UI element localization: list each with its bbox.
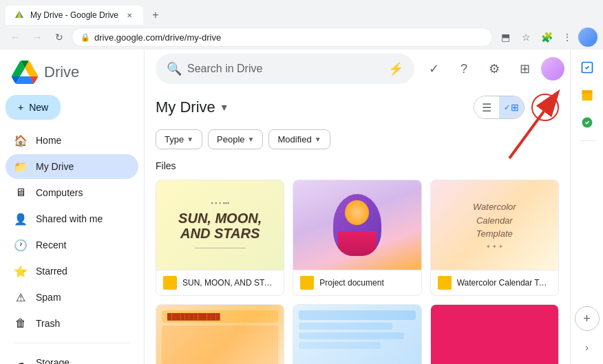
home-icon: 🏠 xyxy=(14,133,28,147)
sidebar: Drive + New 🏠 Home 📁 My Drive 🖥 Computer… xyxy=(0,50,145,364)
file-info-2: Project document xyxy=(293,270,421,295)
file-thumbnail-3: WatercolorCalendarTemplate ✦ ✦ ✦ xyxy=(431,180,558,270)
file-thumbnail-5 xyxy=(293,305,421,364)
sidebar-item-trash-label: Trash xyxy=(36,318,60,329)
drive-title-text: My Drive xyxy=(156,98,215,116)
spam-icon: ⚠ xyxy=(14,290,28,304)
reload-button[interactable]: ↻ xyxy=(50,28,69,47)
file-card-3[interactable]: WatercolorCalendarTemplate ✦ ✦ ✦ Waterco… xyxy=(430,180,559,296)
sidebar-nav: 🏠 Home 📁 My Drive 🖥 Computers 👤 Shared w… xyxy=(6,128,138,364)
search-filter-icon[interactable]: ⚡ xyxy=(388,61,403,76)
sidebar-item-home[interactable]: 🏠 Home xyxy=(6,128,138,153)
file-card-6[interactable]: Portfolio ⋮ xyxy=(430,304,559,364)
drive-logo-icon xyxy=(11,61,39,84)
content-toolbar: My Drive ▼ ☰ ✓ ⊞ ℹ xyxy=(156,88,559,127)
menu-button[interactable]: ⋮ xyxy=(558,28,577,47)
recent-icon: 🕐 xyxy=(14,238,28,252)
secure-icon: 🔒 xyxy=(81,33,90,42)
computers-icon: 🖥 xyxy=(14,186,28,200)
tab-title: My Drive - Google Drive xyxy=(30,10,118,20)
sidebar-item-my-drive[interactable]: 📁 My Drive xyxy=(6,154,138,179)
profile-avatar[interactable] xyxy=(541,57,564,81)
files-section-title: Files xyxy=(156,158,559,180)
search-bar[interactable]: 🔍 ⚡ xyxy=(156,54,414,84)
info-button[interactable]: ℹ xyxy=(531,94,559,121)
sidebar-item-starred[interactable]: ⭐ Starred xyxy=(6,259,138,283)
bookmark-button[interactable]: ☆ xyxy=(516,28,536,47)
apps-button[interactable]: ⊞ xyxy=(511,55,538,83)
modified-filter[interactable]: Modified ▼ xyxy=(268,129,330,149)
file-card-5[interactable]: Document 2 ⋮ xyxy=(293,304,421,364)
info-icon: ℹ xyxy=(543,101,547,114)
right-sidebar-calendar-button[interactable] xyxy=(575,83,600,107)
file-card-4[interactable]: ████████████ Red file name ⋮ xyxy=(156,304,284,364)
extensions-button[interactable]: 🧩 xyxy=(537,28,556,47)
svg-rect-5 xyxy=(582,90,592,94)
drive-logo: Drive xyxy=(6,55,138,95)
header-actions: ✓ ? ⚙ ⊞ xyxy=(420,55,564,83)
sidebar-item-shared-label: Shared with me xyxy=(36,213,103,224)
file-type-icon-3 xyxy=(438,276,452,290)
right-sidebar-add-button[interactable]: + xyxy=(575,306,600,331)
storage-icon: ☁ xyxy=(14,356,28,364)
type-filter[interactable]: Type ▼ xyxy=(156,129,202,149)
help-button[interactable]: ? xyxy=(450,55,478,83)
sidebar-item-my-drive-label: My Drive xyxy=(36,161,74,172)
file-name-3: Watercolor Calendar Template xyxy=(457,278,551,288)
filters-row: Type ▼ People ▼ Modified ▼ xyxy=(156,127,559,158)
cast-button[interactable]: ⬒ xyxy=(496,28,515,47)
list-view-button[interactable]: ☰ xyxy=(474,96,499,118)
shared-icon: 👤 xyxy=(14,212,28,226)
sidebar-item-spam[interactable]: ⚠ Spam xyxy=(6,285,138,310)
file-name-1: SUN, MOON, AND STARS xyxy=(182,278,277,288)
view-controls: ☰ ✓ ⊞ ℹ xyxy=(474,94,559,121)
files-grid: ▪ ▪ ▪ ▪▪▪ SUN, MOON,AND STARS ──────────… xyxy=(156,180,559,364)
file-card-1[interactable]: ▪ ▪ ▪ ▪▪▪ SUN, MOON,AND STARS ──────────… xyxy=(156,180,284,296)
file-thumbnail-2 xyxy=(293,180,421,270)
tab-favicon xyxy=(14,10,25,21)
sidebar-item-shared[interactable]: 👤 Shared with me xyxy=(6,206,138,231)
sidebar-item-starred-label: Starred xyxy=(36,266,67,277)
support-button[interactable]: ✓ xyxy=(420,55,447,83)
browser-profile-avatar[interactable] xyxy=(578,28,597,47)
modified-filter-label: Modified xyxy=(277,134,311,144)
right-sidebar-expand-button[interactable]: › xyxy=(579,339,595,356)
thumbnail-content-1: ▪ ▪ ▪ ▪▪▪ SUN, MOON,AND STARS ──────────… xyxy=(170,191,270,259)
active-tab[interactable]: My Drive - Google Drive ✕ xyxy=(6,6,143,25)
grid-check-icon: ✓ xyxy=(504,103,510,112)
new-tab-button[interactable]: + xyxy=(146,6,165,25)
sidebar-item-spam-label: Spam xyxy=(36,292,61,303)
settings-button[interactable]: ⚙ xyxy=(480,55,508,83)
sidebar-item-home-label: Home xyxy=(36,135,61,146)
file-type-icon-1 xyxy=(163,276,177,290)
file-type-icon-2 xyxy=(300,276,314,290)
people-filter-caret-icon: ▼ xyxy=(248,136,255,143)
new-button[interactable]: + New xyxy=(6,95,61,120)
sidebar-item-computers[interactable]: 🖥 Computers xyxy=(6,180,138,205)
my-drive-icon: 📁 xyxy=(14,160,28,173)
file-thumbnail-1: ▪ ▪ ▪ ▪▪▪ SUN, MOON,AND STARS ──────────… xyxy=(156,180,284,270)
sidebar-item-trash[interactable]: 🗑 Trash xyxy=(6,311,138,336)
sidebar-item-storage-label: Storage xyxy=(36,357,70,364)
right-sidebar-keep-button[interactable] xyxy=(575,110,600,135)
app-header: 🔍 ⚡ ✓ ? ⚙ ⊞ xyxy=(145,50,570,88)
forward-button[interactable]: → xyxy=(28,28,47,47)
file-thumbnail-4: ████████████ xyxy=(156,305,284,364)
file-card-2[interactable]: Project document xyxy=(293,180,421,296)
right-sidebar-tasks-button[interactable] xyxy=(575,55,600,80)
view-toggle-group: ☰ ✓ ⊞ xyxy=(474,96,525,119)
file-thumbnail-6 xyxy=(431,305,558,364)
people-filter-label: People xyxy=(217,134,244,144)
sidebar-item-storage[interactable]: ☁ Storage xyxy=(6,350,138,364)
people-filter[interactable]: People ▼ xyxy=(208,129,263,149)
grid-view-button[interactable]: ✓ ⊞ xyxy=(499,96,524,118)
file-name-2: Project document xyxy=(319,278,414,288)
search-input[interactable] xyxy=(187,63,383,75)
tab-close-button[interactable]: ✕ xyxy=(124,10,135,21)
sidebar-item-computers-label: Computers xyxy=(36,187,83,198)
drive-title[interactable]: My Drive ▼ xyxy=(156,98,229,116)
address-bar[interactable]: 🔒 drive.google.com/drive/my-drive xyxy=(72,28,493,47)
back-button[interactable]: ← xyxy=(6,28,25,47)
right-sidebar: + › xyxy=(570,50,603,364)
sidebar-item-recent[interactable]: 🕐 Recent xyxy=(6,233,138,257)
